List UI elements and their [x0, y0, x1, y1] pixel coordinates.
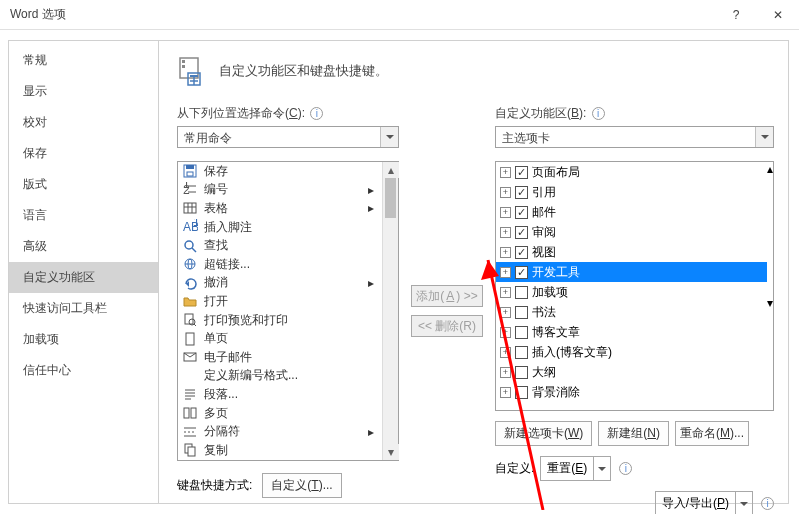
tree-item[interactable]: +✓审阅: [496, 222, 767, 242]
expand-icon[interactable]: +: [500, 327, 511, 338]
tree-item[interactable]: +✓开发工具: [496, 262, 767, 282]
question-icon: ?: [733, 8, 740, 22]
sidebar-item-addins[interactable]: 加载项: [9, 324, 158, 355]
commands-listbox[interactable]: 保存12编号▸表格▸AB1插入脚注查找超链接...撤消▸打开打印预览和打印单页电…: [177, 161, 399, 461]
tree-item[interactable]: +博客文章: [496, 322, 767, 342]
expand-icon[interactable]: +: [500, 287, 511, 298]
expand-icon[interactable]: +: [500, 387, 511, 398]
scroll-up-icon[interactable]: ▴: [767, 162, 773, 176]
customize-shortcuts-button[interactable]: 自定义(T)...: [262, 473, 341, 498]
command-item[interactable]: 复制: [178, 441, 382, 460]
title-bar: Word 选项 ? ✕: [0, 0, 799, 30]
tree-item[interactable]: +大纲: [496, 362, 767, 382]
left-column: 从下列位置选择命令(C): i 常用命令 保存12编号▸表格▸AB1插入脚注查找…: [177, 105, 399, 505]
tree-item[interactable]: +✓引用: [496, 182, 767, 202]
tree-item-label: 邮件: [532, 204, 763, 221]
checkbox[interactable]: [515, 346, 528, 359]
new-group-button[interactable]: 新建组(N): [598, 421, 669, 446]
import-export-button[interactable]: 导入/导出(P): [655, 491, 753, 514]
tree-item[interactable]: +背景消除: [496, 382, 767, 402]
command-item[interactable]: 分隔符▸: [178, 422, 382, 441]
svg-line-19: [192, 248, 196, 252]
checkbox[interactable]: ✓: [515, 166, 528, 179]
command-item[interactable]: 段落...: [178, 385, 382, 404]
expand-icon[interactable]: +: [500, 207, 511, 218]
help-button[interactable]: ?: [715, 0, 757, 30]
tree-item[interactable]: +✓页面布局: [496, 162, 767, 182]
expand-icon[interactable]: +: [500, 367, 511, 378]
command-item[interactable]: 12编号▸: [178, 181, 382, 200]
scroll-down-icon[interactable]: ▾: [767, 296, 773, 310]
tree-item[interactable]: +加载项: [496, 282, 767, 302]
command-item[interactable]: 撤消▸: [178, 274, 382, 293]
checkbox[interactable]: ✓: [515, 226, 528, 239]
rename-button[interactable]: 重命名(M)...: [675, 421, 749, 446]
command-item[interactable]: 打开: [178, 292, 382, 311]
tree-scrollbar[interactable]: ▴ ▾: [767, 162, 773, 410]
command-item[interactable]: 超链接...: [178, 255, 382, 274]
expand-icon[interactable]: +: [500, 227, 511, 238]
scroll-thumb[interactable]: [385, 178, 396, 218]
expand-icon[interactable]: +: [500, 167, 511, 178]
sidebar-item-layout[interactable]: 版式: [9, 169, 158, 200]
new-tab-button[interactable]: 新建选项卡(W): [495, 421, 592, 446]
expand-icon[interactable]: +: [500, 267, 511, 278]
sidebar-item-quick-access[interactable]: 快速访问工具栏: [9, 293, 158, 324]
checkbox[interactable]: ✓: [515, 246, 528, 259]
help-icon[interactable]: i: [592, 107, 605, 120]
table-icon: [182, 200, 198, 216]
checkbox[interactable]: ✓: [515, 266, 528, 279]
close-button[interactable]: ✕: [757, 0, 799, 30]
sidebar-item-customize-ribbon[interactable]: 自定义功能区: [9, 262, 158, 293]
command-label: 编号: [204, 181, 364, 198]
expand-icon[interactable]: +: [500, 247, 511, 258]
command-item[interactable]: 表格▸: [178, 199, 382, 218]
sidebar-item-proofing[interactable]: 校对: [9, 107, 158, 138]
columns: 从下列位置选择命令(C): i 常用命令 保存12编号▸表格▸AB1插入脚注查找…: [177, 105, 774, 505]
checkbox[interactable]: [515, 306, 528, 319]
command-item[interactable]: 多页: [178, 404, 382, 423]
commands-scrollbar[interactable]: ▴ ▾: [382, 162, 398, 460]
svg-rect-39: [188, 447, 195, 456]
scroll-thumb[interactable]: [767, 176, 773, 296]
checkbox[interactable]: ✓: [515, 206, 528, 219]
command-item[interactable]: 打印预览和打印: [178, 311, 382, 330]
sidebar-item-language[interactable]: 语言: [9, 200, 158, 231]
expand-icon[interactable]: +: [500, 307, 511, 318]
command-item[interactable]: 定义新编号格式...: [178, 367, 382, 386]
tree-item[interactable]: +✓视图: [496, 242, 767, 262]
checkbox[interactable]: [515, 286, 528, 299]
sidebar-item-general[interactable]: 常规: [9, 45, 158, 76]
checkbox[interactable]: [515, 386, 528, 399]
ribbon-tree[interactable]: +✓页面布局+✓引用+✓邮件+✓审阅+✓视图+✓开发工具+加载项+书法+博客文章…: [495, 161, 774, 411]
help-icon[interactable]: i: [310, 107, 323, 120]
checkbox[interactable]: ✓: [515, 186, 528, 199]
reset-button[interactable]: 重置(E): [540, 456, 611, 481]
sidebar-item-trust-center[interactable]: 信任中心: [9, 355, 158, 386]
tree-item[interactable]: +✓邮件: [496, 202, 767, 222]
right-column: 自定义功能区(B): i 主选项卡 +✓页面布局+✓引用+✓邮件+✓审阅+✓视图…: [495, 105, 774, 505]
help-icon[interactable]: i: [761, 497, 774, 510]
command-item[interactable]: 保存: [178, 162, 382, 181]
sidebar-item-display[interactable]: 显示: [9, 76, 158, 107]
checkbox[interactable]: [515, 366, 528, 379]
expand-icon[interactable]: +: [500, 347, 511, 358]
command-item[interactable]: 查找: [178, 236, 382, 255]
help-icon[interactable]: i: [619, 462, 632, 475]
checkbox[interactable]: [515, 326, 528, 339]
choose-commands-combo[interactable]: 常用命令: [177, 126, 399, 148]
import-export-row: 导入/导出(P) i: [495, 491, 774, 514]
command-item[interactable]: 单页: [178, 329, 382, 348]
sidebar-item-save[interactable]: 保存: [9, 138, 158, 169]
customize-ribbon-combo[interactable]: 主选项卡: [495, 126, 774, 148]
scroll-up-icon[interactable]: ▴: [383, 162, 399, 178]
tree-item[interactable]: +插入(博客文章): [496, 342, 767, 362]
command-item[interactable]: 电子邮件: [178, 348, 382, 367]
tree-item[interactable]: +书法: [496, 302, 767, 322]
scroll-down-icon[interactable]: ▾: [383, 444, 399, 460]
expand-icon[interactable]: +: [500, 187, 511, 198]
svg-rect-34: [191, 408, 196, 418]
sidebar-item-advanced[interactable]: 高级: [9, 231, 158, 262]
command-item[interactable]: AB1插入脚注: [178, 218, 382, 237]
command-item[interactable]: 格式刷: [178, 460, 382, 461]
